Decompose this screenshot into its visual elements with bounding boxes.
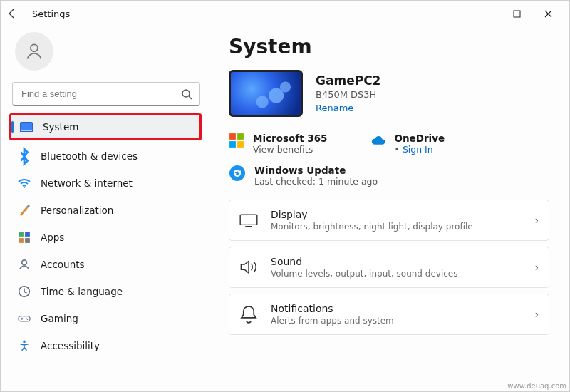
bluetooth-icon xyxy=(18,150,31,163)
svg-rect-3 xyxy=(21,123,33,130)
svg-point-20 xyxy=(229,165,245,181)
svg-rect-8 xyxy=(19,238,24,243)
sidebar-item-time[interactable]: Time & language xyxy=(9,279,203,304)
settings-card-list: Display Monitors, brightness, night ligh… xyxy=(229,200,549,335)
chevron-right-icon: › xyxy=(534,309,539,320)
sidebar-item-label: Accounts xyxy=(41,259,85,270)
m365-icon xyxy=(229,133,244,148)
sidebar-item-label: Bluetooth & devices xyxy=(41,150,138,162)
minimize-button[interactable] xyxy=(470,4,501,24)
user-avatar[interactable] xyxy=(15,32,53,71)
search-input-wrapper[interactable] xyxy=(12,82,200,106)
sidebar-item-label: Gaming xyxy=(41,313,78,324)
watermark: www.deuaq.com xyxy=(507,382,566,390)
svg-point-15 xyxy=(23,341,26,344)
svg-point-2 xyxy=(182,90,190,97)
chevron-right-icon: › xyxy=(534,262,539,273)
accessibility-icon xyxy=(18,339,31,352)
svg-rect-21 xyxy=(240,215,257,225)
sidebar-item-accessibility[interactable]: Accessibility xyxy=(9,333,203,359)
person-icon xyxy=(18,258,31,271)
system-icon xyxy=(20,120,33,133)
sidebar-item-personalization[interactable]: Personalization xyxy=(9,197,203,223)
page-heading: System xyxy=(229,35,549,58)
card-sub: Monitors, brightness, night light, displ… xyxy=(271,222,473,232)
back-button[interactable] xyxy=(6,8,26,19)
card-title: Sound xyxy=(271,256,457,267)
service-sub: Last checked: 1 minute ago xyxy=(254,176,378,187)
device-model: B450M DS3H xyxy=(316,89,380,100)
svg-rect-16 xyxy=(229,133,236,140)
svg-rect-18 xyxy=(229,141,236,148)
service-sub: View benefits xyxy=(253,144,328,155)
sidebar-item-network[interactable]: Network & internet xyxy=(9,170,203,196)
card-title: Notifications xyxy=(271,303,394,314)
card-sub: Volume levels, output, input, sound devi… xyxy=(271,269,457,279)
bell-icon xyxy=(239,304,258,325)
sidebar-item-system[interactable]: System xyxy=(11,115,200,138)
maximize-button[interactable] xyxy=(501,4,532,24)
svg-point-10 xyxy=(22,260,27,265)
sidebar-item-gaming[interactable]: Gaming xyxy=(9,306,203,331)
rename-link[interactable]: Rename xyxy=(316,103,380,113)
titlebar: Settings xyxy=(1,1,569,26)
svg-rect-12 xyxy=(19,316,30,321)
device-summary: GamePC2 B450M DS3H Rename xyxy=(229,70,549,117)
cloud-icon xyxy=(370,133,386,148)
search-icon xyxy=(181,88,192,100)
service-title: OneDrive xyxy=(395,133,445,144)
svg-rect-19 xyxy=(237,141,244,148)
sidebar-item-label: System xyxy=(43,121,78,133)
svg-rect-0 xyxy=(514,11,520,17)
service-m365[interactable]: Microsoft 365 View benefits xyxy=(229,133,328,155)
apps-icon xyxy=(18,231,31,244)
service-windows-update[interactable]: Windows Update Last checked: 1 minute ag… xyxy=(229,165,549,187)
display-icon xyxy=(239,214,258,227)
sidebar-item-apps[interactable]: Apps xyxy=(9,225,203,250)
device-thumbnail[interactable] xyxy=(229,70,303,117)
wifi-icon xyxy=(18,177,31,190)
paintbrush-icon xyxy=(18,204,31,217)
onedrive-signin-link[interactable]: • Sign In xyxy=(395,144,445,155)
clock-globe-icon xyxy=(18,285,31,298)
svg-rect-7 xyxy=(25,232,30,237)
svg-point-5 xyxy=(24,187,25,188)
card-display[interactable]: Display Monitors, brightness, night ligh… xyxy=(229,200,549,241)
sidebar-item-bluetooth[interactable]: Bluetooth & devices xyxy=(9,143,203,169)
svg-rect-4 xyxy=(21,130,33,132)
sidebar-item-label: Time & language xyxy=(41,286,123,297)
sidebar-item-label: Personalization xyxy=(41,205,113,216)
svg-rect-17 xyxy=(237,133,244,140)
service-title: Windows Update xyxy=(254,165,378,176)
sidebar: System Bluetooth & devices Network & int… xyxy=(1,26,212,391)
main-content: System GamePC2 B450M DS3H Rename Microso… xyxy=(212,26,569,391)
card-sub: Alerts from apps and system xyxy=(271,316,394,326)
svg-point-1 xyxy=(31,44,38,51)
search-input[interactable] xyxy=(20,88,181,100)
chevron-right-icon: › xyxy=(534,215,539,226)
gamepad-icon xyxy=(18,312,31,325)
window-title: Settings xyxy=(32,9,70,19)
card-notifications[interactable]: Notifications Alerts from apps and syste… xyxy=(229,294,549,335)
card-title: Display xyxy=(271,209,473,220)
sidebar-item-label: Apps xyxy=(41,232,64,243)
service-title: Microsoft 365 xyxy=(253,133,328,144)
sidebar-item-label: Network & internet xyxy=(41,177,133,189)
service-onedrive[interactable]: OneDrive • Sign In xyxy=(370,133,445,155)
card-sound[interactable]: Sound Volume levels, output, input, soun… xyxy=(229,247,549,288)
sidebar-item-label: Accessibility xyxy=(41,340,100,351)
sidebar-item-accounts[interactable]: Accounts xyxy=(9,252,203,277)
svg-rect-9 xyxy=(25,238,30,243)
device-name: GamePC2 xyxy=(316,73,380,88)
svg-rect-6 xyxy=(19,232,24,237)
service-status-row: Microsoft 365 View benefits OneDrive • S… xyxy=(229,133,549,155)
sound-icon xyxy=(239,259,258,274)
close-button[interactable] xyxy=(532,4,564,24)
svg-point-13 xyxy=(26,317,27,319)
svg-point-14 xyxy=(27,319,28,320)
annotation-highlight: System xyxy=(9,113,202,140)
sidebar-nav: System Bluetooth & devices Network & int… xyxy=(9,113,203,359)
update-icon xyxy=(229,165,246,182)
